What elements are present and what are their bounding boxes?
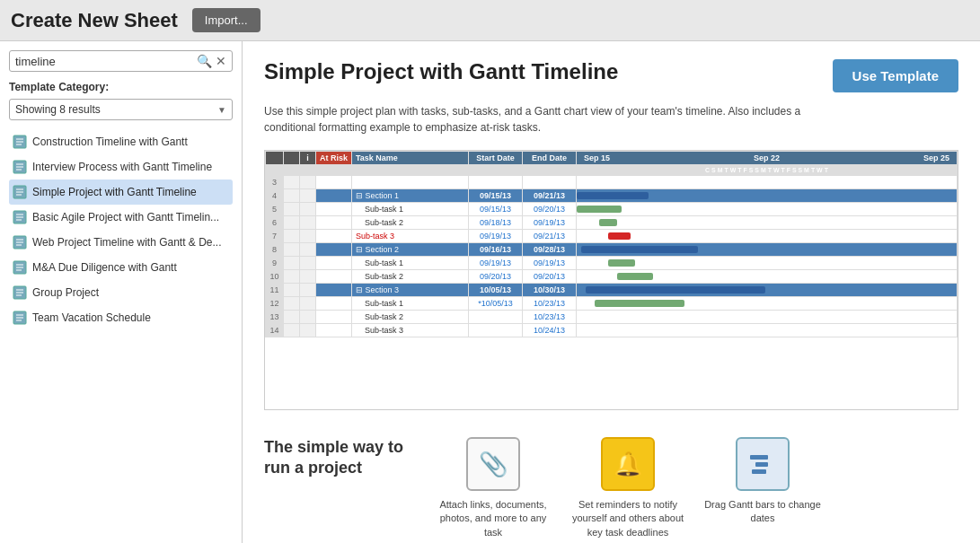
callout-icon-box: 🔔 <box>601 437 655 491</box>
row-taskname <box>352 176 469 189</box>
table-row: 13 Sub-task 2 10/23/13 <box>266 311 958 324</box>
row-ganttbar <box>577 176 958 189</box>
template-sheet-icon <box>13 235 27 250</box>
row-ganttbar <box>577 216 958 230</box>
gantt-preview: i At Risk Task Name Start Date End Date … <box>265 151 958 409</box>
template-label: Team Vacation Schedule <box>32 311 151 324</box>
row-taskname: Sub-task 1 <box>352 297 469 311</box>
row-lock <box>284 270 300 284</box>
row-number: 9 <box>266 257 284 270</box>
template-item-interview[interactable]: Interview Process with Gantt Timeline <box>9 154 233 180</box>
template-item-web-project[interactable]: Web Project Timeline with Gantt & De... <box>9 230 233 255</box>
row-taskname: ⊟ Section 1 <box>352 189 469 203</box>
row-enddate <box>523 176 577 189</box>
row-info <box>300 270 316 284</box>
row-info <box>300 243 316 257</box>
row-ganttbar <box>577 230 958 243</box>
template-sheet-icon <box>13 285 27 300</box>
callout-item-text: Drag Gantt bars to change dates <box>704 498 821 526</box>
row-info <box>300 297 316 311</box>
row-number: 3 <box>266 176 284 189</box>
row-lock <box>284 311 300 324</box>
svg-rect-34 <box>752 469 766 474</box>
template-item-construction[interactable]: Construction Timeline with Gantt <box>9 129 233 154</box>
callout-icon-box: 📎 <box>466 437 520 491</box>
template-label: Basic Agile Project with Gantt Timelin..… <box>32 211 219 223</box>
row-startdate: *10/05/13 <box>469 297 523 311</box>
row-startdate: 10/05/13 <box>469 284 523 297</box>
template-label: Simple Project with Gantt Timeline <box>32 186 197 198</box>
col-gantt: Sep 15Sep 22Sep 25 <box>577 152 958 165</box>
row-enddate: 10/30/13 <box>523 284 577 297</box>
row-info <box>300 324 316 337</box>
search-button[interactable]: 🔍 <box>197 54 212 68</box>
template-item-simple-project[interactable]: Simple Project with Gantt Timeline <box>9 180 233 205</box>
row-ganttbar <box>577 243 958 257</box>
row-number: 10 <box>266 270 284 284</box>
row-taskname: ⊟ Section 3 <box>352 284 469 297</box>
col-startdate: Start Date <box>469 152 523 165</box>
table-row: 12 Sub-task 1 *10/05/13 10/23/13 <box>266 297 958 311</box>
search-box: 🔍 ✕ <box>9 50 233 72</box>
row-lock <box>284 324 300 337</box>
svg-rect-32 <box>750 455 768 460</box>
row-risk <box>316 243 352 257</box>
category-label: Template Category: <box>9 81 233 93</box>
row-risk <box>316 257 352 270</box>
row-ganttbar <box>577 324 958 337</box>
template-label: Interview Process with Gantt Timeline <box>32 161 212 173</box>
row-risk <box>316 203 352 216</box>
use-template-button[interactable]: Use Template <box>833 59 958 92</box>
table-row: 10 Sub-task 2 09/20/13 09/20/13 <box>266 270 958 284</box>
row-enddate: 09/21/13 <box>523 189 577 203</box>
row-startdate: 09/16/13 <box>469 243 523 257</box>
row-startdate: 09/18/13 <box>469 216 523 230</box>
col-num <box>266 152 284 165</box>
template-main-title: Simple Project with Gantt Timeline <box>264 59 815 84</box>
template-description: Use this simple project plan with tasks,… <box>264 103 803 136</box>
callout-main-text: The simple way to run a project <box>264 437 408 479</box>
row-info <box>300 189 316 203</box>
gantt-table: i At Risk Task Name Start Date End Date … <box>265 151 958 337</box>
row-risk <box>316 270 352 284</box>
row-startdate: 09/15/13 <box>469 189 523 203</box>
row-taskname: Sub-task 2 <box>352 311 469 324</box>
content-header: Simple Project with Gantt Timeline Use T… <box>264 59 958 92</box>
row-lock <box>284 189 300 203</box>
table-row: 4 ⊟ Section 1 09/15/13 09/21/13 <box>266 189 958 203</box>
clear-search-button[interactable]: ✕ <box>216 54 226 68</box>
page-title: Create New Sheet <box>11 9 178 32</box>
search-input[interactable] <box>15 55 197 68</box>
template-item-basic-agile[interactable]: Basic Agile Project with Gantt Timelin..… <box>9 205 233 230</box>
row-ganttbar <box>577 270 958 284</box>
table-row: 8 ⊟ Section 2 09/16/13 09/28/13 <box>266 243 958 257</box>
template-sheet-icon <box>13 160 27 174</box>
row-number: 8 <box>266 243 284 257</box>
template-label: Web Project Timeline with Gantt & De... <box>32 236 222 249</box>
row-number: 7 <box>266 230 284 243</box>
row-number: 6 <box>266 216 284 230</box>
dropdown-arrow-icon: ▼ <box>217 105 226 115</box>
results-dropdown[interactable]: Showing 8 results ▼ <box>9 99 233 120</box>
row-lock <box>284 243 300 257</box>
template-list: Construction Timeline with Gantt Intervi… <box>9 129 233 330</box>
row-risk <box>316 176 352 189</box>
sidebar: 🔍 ✕ Template Category: Showing 8 results… <box>0 41 243 543</box>
row-info <box>300 216 316 230</box>
row-risk <box>316 324 352 337</box>
row-risk <box>316 284 352 297</box>
row-info <box>300 203 316 216</box>
col-flag <box>284 152 300 165</box>
import-button[interactable]: Import... <box>192 8 260 32</box>
row-ganttbar <box>577 203 958 216</box>
template-item-ma-due[interactable]: M&A Due Diligence with Gantt <box>9 255 233 280</box>
row-info <box>300 230 316 243</box>
callout-item-text: Attach links, documents, photos, and mor… <box>435 498 552 539</box>
row-number: 5 <box>266 203 284 216</box>
results-text: Showing 8 results <box>15 103 101 116</box>
template-sheet-icon <box>13 311 27 325</box>
template-item-group[interactable]: Group Project <box>9 280 233 305</box>
callout-icon-box <box>736 437 790 491</box>
template-item-vacation[interactable]: Team Vacation Schedule <box>9 305 233 330</box>
row-lock <box>284 176 300 189</box>
